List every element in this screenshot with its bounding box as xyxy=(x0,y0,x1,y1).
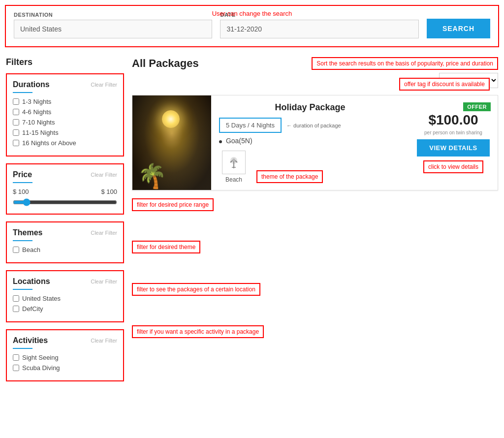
activities-filter-box: Activities Clear Filter Sight Seeing Scu… xyxy=(6,329,124,381)
activity-checkbox-scuba[interactable] xyxy=(13,365,19,371)
duration-checkbox-2[interactable] xyxy=(13,109,19,115)
price-hint-annotation: filter for desired price range xyxy=(132,198,214,211)
locations-clear[interactable]: Clear Filter xyxy=(91,279,117,284)
view-details-hint-annotation: click to view details xyxy=(423,160,483,173)
packages-title: All Packages xyxy=(132,57,199,70)
package-price-area: offer tag if discount is available OFFER… xyxy=(409,95,498,190)
destination-field-group: DESTINATION xyxy=(14,12,212,38)
activities-underline xyxy=(13,348,32,349)
price-slider[interactable] xyxy=(13,198,117,206)
package-card: 🌴 Holiday Package 5 Days / 4 Nights ← du… xyxy=(132,95,498,190)
duration-checkbox-5[interactable] xyxy=(13,140,19,146)
date-input[interactable] xyxy=(220,20,418,38)
theme-icon xyxy=(222,151,246,174)
themes-clear[interactable]: Clear Filter xyxy=(91,230,117,236)
location-label-defcity: DefCity xyxy=(22,305,43,313)
price-note: per person on twin sharing xyxy=(424,130,482,135)
themes-underline xyxy=(13,240,32,241)
duration-label-1: 1-3 Nights xyxy=(22,98,51,105)
duration-label-5: 16 Nights or Above xyxy=(22,139,76,147)
filters-title: Filters xyxy=(6,57,124,67)
price-clear[interactable]: Clear Filter xyxy=(91,172,117,178)
durations-underline xyxy=(13,92,32,93)
locations-hint-annotation: filter to see the packages of a certain … xyxy=(132,283,260,296)
location-label-us: United States xyxy=(22,295,61,302)
activities-hint-annotation: filter if you want a specific activity i… xyxy=(132,325,264,338)
price-max: $ 100 xyxy=(101,188,117,195)
themes-filter-box: Themes Clear Filter Beach xyxy=(6,221,124,263)
activity-label-sightseeing: Sight Seeing xyxy=(22,354,59,361)
locations-filter-box: Locations Clear Filter United States Def… xyxy=(6,270,124,322)
location-text: Goa(5N) xyxy=(226,137,252,145)
svg-point-3 xyxy=(232,158,235,161)
packages-area: All Packages Sort the search results on … xyxy=(132,57,498,388)
locations-title: Locations xyxy=(13,277,50,286)
location-item-defcity[interactable]: DefCity xyxy=(13,305,117,313)
location-dot xyxy=(219,140,222,143)
duration-item-1[interactable]: 1-3 Nights xyxy=(13,98,117,105)
price-title: Price xyxy=(13,170,32,179)
theme-item-beach[interactable]: Beach xyxy=(13,246,117,253)
top-search-bar: User can change the search DESTINATION D… xyxy=(5,5,499,47)
activities-title: Activities xyxy=(13,336,48,345)
price-min: $ 100 xyxy=(13,188,29,195)
duration-item-4[interactable]: 11-15 Nights xyxy=(13,129,117,136)
sun-decoration xyxy=(162,110,180,128)
duration-badge: 5 Days / 4 Nights xyxy=(219,118,282,133)
sidebar: Filters Durations Clear Filter 1-3 Night… xyxy=(6,57,124,388)
location-item-us[interactable]: United States xyxy=(13,295,117,302)
price-filter-box: Price Clear Filter $ 100 $ 100 xyxy=(6,163,124,215)
themes-title: Themes xyxy=(13,228,42,237)
duration-checkbox-3[interactable] xyxy=(13,119,19,125)
offer-tag: OFFER xyxy=(463,102,491,111)
duration-label-2: 4-6 Nights xyxy=(22,108,51,116)
package-info: Holiday Package 5 Days / 4 Nights ← dura… xyxy=(211,95,409,190)
durations-title: Durations xyxy=(13,80,50,89)
activity-checkbox-sightseeing[interactable] xyxy=(13,354,19,361)
duration-item-5[interactable]: 16 Nights or Above xyxy=(13,139,117,147)
package-name: Holiday Package xyxy=(219,102,401,113)
durations-clear[interactable]: Clear Filter xyxy=(91,82,117,88)
package-location: Goa(5N) xyxy=(219,137,401,145)
main-content: Filters Durations Clear Filter 1-3 Night… xyxy=(0,52,504,393)
activity-label-scuba: Scuba Diving xyxy=(22,364,60,372)
location-checkbox-defcity[interactable] xyxy=(13,306,19,312)
view-details-button[interactable]: VIEW DETAILS xyxy=(417,139,490,156)
theme-checkbox-beach[interactable] xyxy=(13,247,19,253)
price-underline xyxy=(13,182,32,183)
duration-item-2[interactable]: 4-6 Nights xyxy=(13,108,117,116)
theme-label: Beach xyxy=(225,176,242,183)
palm-decoration: 🌴 xyxy=(137,162,167,190)
locations-underline xyxy=(13,289,32,290)
sort-hint-annotation: Sort the search results on the basis of … xyxy=(312,57,498,70)
activity-item-sightseeing[interactable]: Sight Seeing xyxy=(13,354,117,361)
duration-checkbox-1[interactable] xyxy=(13,98,19,105)
durations-filter-box: Durations Clear Filter 1-3 Nights 4-6 Ni… xyxy=(6,73,124,156)
duration-label-4: 11-15 Nights xyxy=(22,129,59,136)
duration-hint-text: ← duration of package xyxy=(286,123,341,128)
destination-label: DESTINATION xyxy=(14,12,212,18)
themes-hint-annotation: filter for desired theme xyxy=(132,241,200,253)
offer-hint-annotation: offer tag if discount is available xyxy=(399,78,490,91)
duration-label-3: 7-10 Nights xyxy=(22,119,55,126)
search-hint: User can change the search xyxy=(212,10,292,17)
duration-item-3[interactable]: 7-10 Nights xyxy=(13,119,117,126)
theme-label-beach: Beach xyxy=(22,246,40,253)
search-button[interactable]: SEARCH xyxy=(427,19,490,38)
theme-icon-wrap: Beach xyxy=(219,151,249,183)
location-checkbox-us[interactable] xyxy=(13,295,19,302)
price-amount: $100.00 xyxy=(428,112,478,128)
activity-item-scuba[interactable]: Scuba Diving xyxy=(13,364,117,372)
activities-clear[interactable]: Clear Filter xyxy=(91,338,117,344)
duration-checkbox-4[interactable] xyxy=(13,129,19,136)
theme-hint-annotation: theme of the package xyxy=(256,170,323,183)
destination-input[interactable] xyxy=(14,20,212,38)
package-image: 🌴 xyxy=(132,95,211,190)
